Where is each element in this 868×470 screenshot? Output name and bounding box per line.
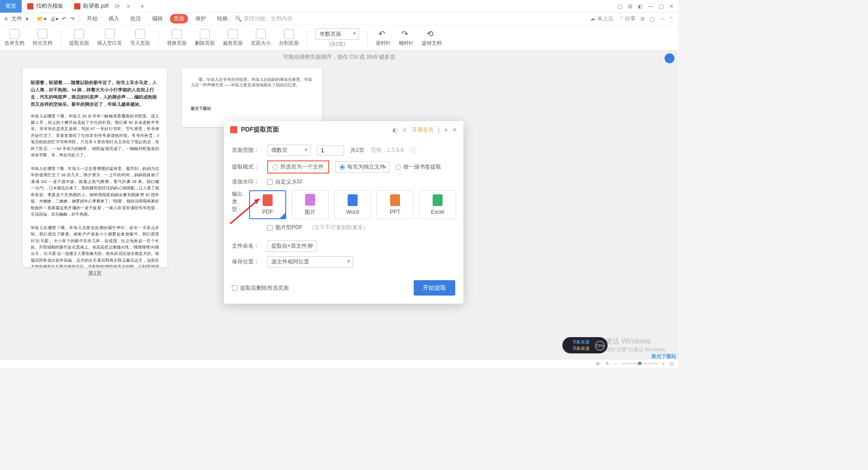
page-2[interactable]: 哦，年味儿在爷爷的对联里。年味儿在妈妈的美味佳肴里。年味儿在一声声爆竹里——年味…	[182, 68, 322, 127]
minimize-icon[interactable]: —	[648, 3, 653, 9]
replace-icon	[172, 29, 182, 39]
undo-icon[interactable]: ↶	[62, 16, 66, 22]
tool-extract[interactable]: 提取页面	[69, 29, 89, 47]
title-bar: 首页 找稻壳模板 盼望着.pdf ⟳ × + ▢ ⊞ ◐ — ▢ ✕	[0, 0, 678, 13]
zoom-in-icon[interactable]: +	[662, 361, 665, 367]
menu-bar: ≡ 文件▾ | 📂▾ 🖨▾ ↶ ↷ | 开始 插入 批注 编辑 页面 保护 转换…	[0, 13, 678, 25]
menu-protect[interactable]: 保护	[192, 14, 210, 24]
watermark-checkbox[interactable]: 自定义水印	[267, 178, 302, 186]
blank-icon	[105, 29, 115, 39]
tool-rotate-ccw[interactable]: ↶逆时针	[376, 29, 391, 47]
menu-page[interactable]: 页面	[170, 14, 188, 24]
tab-document-label: 盼望着.pdf	[83, 2, 108, 10]
mode-one-file[interactable]: 所选页为一个文件	[267, 160, 329, 174]
panel-icon[interactable]: ▢	[650, 16, 655, 22]
delete-after-checkbox[interactable]: 提取后删除所选页面	[232, 284, 289, 292]
location-select[interactable]: 源文件相同位置	[267, 256, 353, 268]
range-input[interactable]	[317, 146, 344, 155]
tool-size[interactable]: 页面大小	[251, 29, 271, 47]
merge-icon	[9, 29, 19, 39]
hamburger-icon[interactable]: ≡	[5, 16, 8, 22]
image-file-icon	[305, 194, 315, 206]
gear-icon[interactable]: ⚙	[640, 16, 645, 22]
menu-edit[interactable]: 编辑	[148, 14, 166, 24]
range-example: 范例：1,3,5-9	[371, 146, 404, 154]
mode-each-file[interactable]: 每页为独立文件	[335, 161, 389, 173]
close-window-icon[interactable]: ✕	[669, 3, 674, 9]
range-total: 共2页	[350, 146, 364, 154]
filename-label: 文件命名：	[232, 242, 261, 250]
zoom-out-icon[interactable]: −	[614, 361, 617, 367]
avatar-small-icon[interactable]: ◐	[392, 127, 397, 133]
search-page-icon[interactable]: 🔍	[166, 89, 167, 98]
tab-document[interactable]: 盼望着.pdf ⟳ ×	[69, 0, 136, 13]
page-1[interactable]: ⟲ 🔍 ⧉ 🗑 ⊕ 盼望着，盼望着……随着以盼的新年近了。街市上车水马龙，人山人…	[23, 68, 167, 267]
tool-insert-blank[interactable]: 插入空白页	[97, 29, 122, 47]
fit-icon[interactable]: ⊡	[670, 361, 674, 367]
page1-p2: 年味儿在哪里？哦，年味儿一定在香喷喷的宴席里。腊月到，妈妈为过年的饭菜忙活了 5…	[31, 165, 159, 218]
zoom-slider[interactable]	[622, 363, 658, 364]
app-icon	[27, 3, 33, 9]
layout-icon[interactable]: ▢	[618, 3, 623, 9]
search-input[interactable]: 🔍 查找功能、文档内容	[235, 15, 292, 23]
file-menu[interactable]: 文件	[11, 15, 22, 23]
menu-insert[interactable]: 插入	[105, 14, 123, 24]
tool-delete[interactable]: 删除页面	[195, 29, 215, 47]
dialog-close-icon[interactable]: ✕	[452, 127, 457, 133]
tab-template[interactable]: 找稻壳模板	[22, 0, 69, 13]
grid-icon[interactable]: ⊞	[628, 3, 632, 9]
float-badge[interactable]	[665, 53, 675, 63]
view-icon[interactable]: 👁	[595, 361, 600, 367]
share-button[interactable]: ↗ 分享	[618, 15, 636, 23]
dialog-menu-icon[interactable]: ≡	[444, 127, 448, 133]
page2-text: 哦，年味儿在爷爷的对联里。年味儿在妈妈的美味佳肴里。年味儿在一声声爆竹里——年味…	[191, 77, 313, 88]
redo-icon[interactable]: ↷	[70, 16, 75, 22]
chevron-up-icon[interactable]: ⌃	[669, 16, 674, 22]
range-select[interactable]: 偶数页	[267, 145, 311, 156]
vip-link[interactable]: 开通会员	[412, 126, 434, 134]
tool-import[interactable]: 导入页面	[130, 29, 150, 47]
notification-pill[interactable]: 0条未读 0条未读 73%	[562, 337, 608, 353]
tool-crop[interactable]: 裁剪页面	[223, 29, 243, 47]
page-mini-toolbar: ⟲ 🔍 ⧉ 🗑 ⊕	[166, 77, 167, 133]
copy-page-icon[interactable]: ⧉	[166, 101, 167, 110]
split-icon	[38, 29, 47, 39]
menu-annotate[interactable]: 批注	[127, 14, 145, 24]
avatar-icon[interactable]: ◐	[638, 3, 642, 9]
new-tab-button[interactable]: +	[136, 2, 149, 10]
tool-merge[interactable]: 合并文档	[5, 29, 24, 47]
mode-bookmark[interactable]: 按一级书签提取	[396, 163, 441, 171]
menu-start[interactable]: 开始	[83, 14, 101, 24]
zoom-icon[interactable]: ⊕	[166, 124, 167, 133]
out-ppt[interactable]: PPT	[377, 190, 414, 219]
rotate-icon[interactable]: ⟲	[166, 77, 167, 86]
tool-rotate-doc[interactable]: ⟲旋转文档	[422, 29, 442, 47]
menu-convert[interactable]: 转换	[213, 14, 231, 24]
tab-home[interactable]: 首页	[0, 0, 22, 13]
tool-replace[interactable]: 替换页面	[167, 29, 187, 47]
filename-select[interactable]: 提取自+原文件名	[267, 240, 316, 252]
image-pdf-checkbox[interactable]: 图片型PDF	[267, 224, 302, 231]
trash-icon[interactable]: 🗑	[166, 113, 167, 122]
out-word[interactable]: Word	[334, 190, 371, 219]
tool-split[interactable]: 拆分文档	[33, 29, 52, 47]
maximize-icon[interactable]: ▢	[659, 3, 664, 9]
refresh-icon[interactable]: ⟳	[115, 3, 120, 10]
extract-icon	[74, 29, 84, 39]
cloud-status[interactable]: ☁ 未上云	[590, 15, 613, 23]
out-image[interactable]: 图片	[292, 190, 329, 219]
start-extract-button[interactable]: 开始提取	[414, 280, 455, 296]
info-icon[interactable]: i	[410, 147, 416, 154]
open-icon[interactable]: 📂▾	[37, 16, 47, 22]
pdf-icon	[74, 3, 80, 9]
more-icon[interactable]: ⋯	[659, 16, 665, 22]
close-icon[interactable]: ×	[127, 3, 130, 10]
tool-rotate-cw[interactable]: ↷顺时针	[399, 29, 414, 47]
out-pdf[interactable]: PDF	[249, 190, 286, 219]
out-excel[interactable]: Excel	[419, 190, 456, 219]
sun-icon[interactable]: ☀	[605, 361, 609, 367]
print-icon[interactable]: 🖨▾	[50, 16, 58, 22]
tool-divide[interactable]: 分割页面	[279, 29, 299, 47]
windows-watermark-sub: 转到"设置"以激活 Windows。	[605, 346, 670, 353]
page-select[interactable]: 奇数页面	[316, 28, 359, 40]
